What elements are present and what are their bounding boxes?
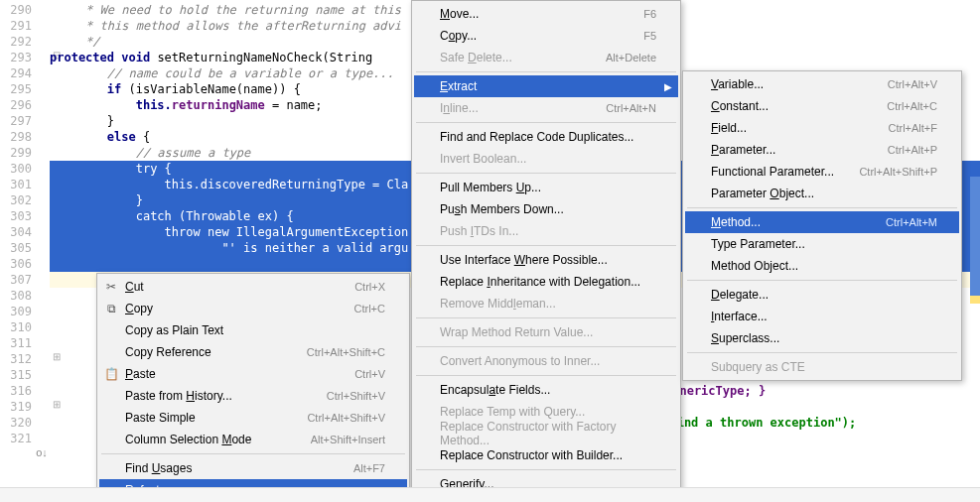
menu-inline[interactable]: Inline...Ctrl+Alt+N [414, 97, 678, 119]
refactor-submenu: Move...F6 Copy...F5 Safe Delete...Alt+De… [411, 0, 681, 502]
menu-separator [101, 453, 405, 454]
menu-separator [416, 245, 676, 246]
menu-paste-history[interactable]: Paste from History... Ctrl+Shift+V [99, 385, 407, 407]
menu-use-interface[interactable]: Use Interface Where Possible... [414, 249, 678, 271]
clipboard-icon: 📋 [103, 366, 119, 382]
menu-copy-plain[interactable]: Copy as Plain Text [99, 319, 407, 341]
menu-separator [416, 317, 676, 318]
menu-remove-middleman[interactable]: Remove Middleman... [414, 293, 678, 314]
menu-extract-param-obj[interactable]: Parameter Object... [685, 183, 959, 204]
horizontal-scrollbar[interactable] [0, 487, 980, 502]
menu-copy[interactable]: ⧉ Copy Ctrl+C [99, 298, 407, 319]
menu-paste-simple[interactable]: Paste Simple Ctrl+Alt+Shift+V [99, 407, 407, 429]
menu-separator [687, 207, 957, 208]
menu-extract-field[interactable]: Field...Ctrl+Alt+F [685, 117, 959, 139]
menu-extract-superclass[interactable]: Superclass... [685, 327, 959, 349]
menu-safe-delete[interactable]: Safe Delete...Alt+Delete [414, 47, 678, 68]
menu-separator [416, 469, 676, 470]
menu-extract-interface[interactable]: Interface... [685, 306, 959, 327]
menu-push-down[interactable]: Push Members Down... [414, 198, 678, 220]
menu-separator [416, 375, 676, 376]
scissors-icon: ✂ [103, 279, 119, 295]
menu-extract-type-param[interactable]: Type Parameter... [685, 233, 959, 255]
menu-move[interactable]: Move...F6 [414, 3, 678, 25]
menu-extract[interactable]: Extract ▶ [414, 75, 678, 97]
menu-extract-constant[interactable]: Constant...Ctrl+Alt+C [685, 95, 959, 117]
menu-encapsulate[interactable]: Encapsulate Fields... [414, 379, 678, 401]
menu-separator [416, 122, 676, 123]
copy-icon: ⧉ [103, 301, 119, 316]
overview-ruler-warning[interactable] [970, 296, 980, 304]
menu-cut[interactable]: ✂ CCutut Ctrl+X [99, 276, 407, 298]
menu-copy2[interactable]: Copy...F5 [414, 25, 678, 47]
menu-pull-up[interactable]: Pull Members Up... [414, 177, 678, 198]
menu-invert-boolean[interactable]: Invert Boolean... [414, 148, 678, 170]
menu-push-itds[interactable]: Push ITDs In... [414, 220, 678, 242]
extract-submenu: Variable...Ctrl+Alt+V Constant...Ctrl+Al… [682, 70, 962, 381]
menu-replace-builder[interactable]: Replace Constructor with Builder... [414, 444, 678, 466]
menu-extract-method[interactable]: Method...Ctrl+Alt+M [685, 211, 959, 233]
menu-extract-func-param[interactable]: Functional Parameter...Ctrl+Alt+Shift+P [685, 161, 959, 183]
override-marker-icon[interactable]: o↓ [35, 446, 49, 458]
menu-separator [416, 173, 676, 174]
menu-replace-factory[interactable]: Replace Constructor with Factory Method.… [414, 423, 678, 444]
menu-find-usages[interactable]: Find Usages Alt+F7 [99, 457, 407, 479]
menu-separator [416, 346, 676, 347]
menu-convert-anon[interactable]: Convert Anonymous to Inner... [414, 350, 678, 372]
menu-extract-variable[interactable]: Variable...Ctrl+Alt+V [685, 73, 959, 95]
menu-extract-method-obj[interactable]: Method Object... [685, 255, 959, 277]
menu-separator [687, 280, 957, 281]
menu-separator [416, 71, 676, 72]
menu-copy-reference[interactable]: Copy Reference Ctrl+Alt+Shift+C [99, 341, 407, 363]
overview-ruler-selection[interactable] [970, 177, 980, 296]
menu-wrap-return[interactable]: Wrap Method Return Value... [414, 321, 678, 343]
chevron-right-icon: ▶ [664, 81, 672, 92]
menu-replace-inheritance[interactable]: Replace Inheritance with Delegation... [414, 271, 678, 293]
menu-extract-subquery[interactable]: Subquery as CTE [685, 356, 959, 378]
line-gutter: 290 291 292 293 294 295 296 297 298 299 … [0, 0, 50, 502]
menu-extract-delegate[interactable]: Delegate... [685, 284, 959, 306]
menu-paste[interactable]: 📋 Paste Ctrl+V [99, 363, 407, 385]
menu-find-replace-dup[interactable]: Find and Replace Code Duplicates... [414, 126, 678, 148]
menu-column-selection[interactable]: Column Selection Mode Alt+Shift+Insert [99, 429, 407, 450]
menu-separator [687, 352, 957, 353]
context-menu: ✂ CCutut Ctrl+X ⧉ Copy Ctrl+C Copy as Pl… [96, 273, 410, 502]
menu-extract-parameter[interactable]: Parameter...Ctrl+Alt+P [685, 139, 959, 161]
